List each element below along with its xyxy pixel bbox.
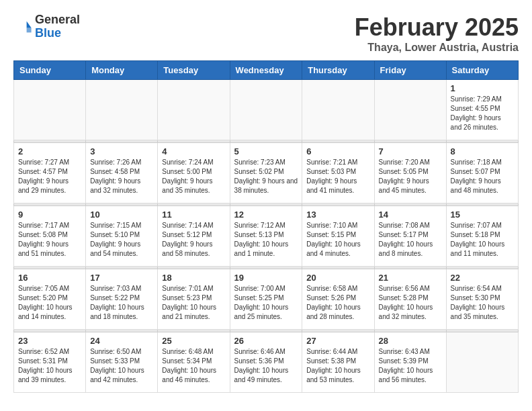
calendar-day-cell: 24Sunrise: 6:50 AM Sunset: 5:33 PM Dayli… bbox=[86, 332, 158, 393]
day-number: 13 bbox=[306, 210, 369, 220]
calendar-header-row: SundayMondayTuesdayWednesdayThursdayFrid… bbox=[14, 61, 519, 80]
day-info: Sunrise: 7:07 AM Sunset: 5:18 PM Dayligh… bbox=[451, 221, 514, 259]
day-number: 25 bbox=[162, 336, 225, 346]
day-info: Sunrise: 7:12 AM Sunset: 5:13 PM Dayligh… bbox=[234, 221, 298, 259]
calendar-day-cell: 25Sunrise: 6:48 AM Sunset: 5:34 PM Dayli… bbox=[158, 332, 230, 393]
calendar-day-cell: 27Sunrise: 6:44 AM Sunset: 5:38 PM Dayli… bbox=[302, 332, 374, 393]
day-number: 5 bbox=[234, 146, 298, 156]
day-info: Sunrise: 7:14 AM Sunset: 5:12 PM Dayligh… bbox=[162, 221, 225, 259]
weekday-header: Monday bbox=[86, 61, 158, 80]
day-number: 12 bbox=[234, 210, 298, 220]
day-number: 28 bbox=[379, 336, 442, 346]
calendar-week-row: 1Sunrise: 7:29 AM Sunset: 4:55 PM Daylig… bbox=[14, 80, 519, 140]
calendar-day-cell: 3Sunrise: 7:26 AM Sunset: 4:58 PM Daylig… bbox=[86, 143, 158, 203]
day-number: 19 bbox=[234, 273, 298, 283]
calendar-day-cell: 6Sunrise: 7:21 AM Sunset: 5:03 PM Daylig… bbox=[302, 143, 374, 203]
day-number: 24 bbox=[90, 336, 153, 346]
calendar-day-cell: 4Sunrise: 7:24 AM Sunset: 5:00 PM Daylig… bbox=[158, 143, 230, 203]
calendar-day-cell bbox=[374, 80, 446, 140]
day-info: Sunrise: 7:23 AM Sunset: 5:02 PM Dayligh… bbox=[234, 158, 298, 195]
day-number: 18 bbox=[162, 273, 225, 283]
day-number: 16 bbox=[18, 273, 81, 283]
calendar-day-cell: 10Sunrise: 7:15 AM Sunset: 5:10 PM Dayli… bbox=[86, 206, 158, 267]
calendar-day-cell: 7Sunrise: 7:20 AM Sunset: 5:05 PM Daylig… bbox=[374, 143, 446, 203]
calendar-week-row: 2Sunrise: 7:27 AM Sunset: 4:57 PM Daylig… bbox=[14, 143, 519, 203]
calendar-day-cell: 5Sunrise: 7:23 AM Sunset: 5:02 PM Daylig… bbox=[230, 143, 302, 203]
calendar-day-cell: 12Sunrise: 7:12 AM Sunset: 5:13 PM Dayli… bbox=[230, 206, 302, 267]
calendar-day-cell: 23Sunrise: 6:52 AM Sunset: 5:31 PM Dayli… bbox=[14, 332, 86, 393]
calendar-day-cell: 13Sunrise: 7:10 AM Sunset: 5:15 PM Dayli… bbox=[302, 206, 374, 267]
day-number: 26 bbox=[234, 336, 298, 346]
svg-marker-1 bbox=[27, 28, 32, 32]
day-number: 17 bbox=[90, 273, 153, 283]
day-number: 7 bbox=[379, 146, 442, 156]
logo-blue-text: Blue bbox=[35, 26, 61, 40]
day-number: 4 bbox=[162, 146, 225, 156]
calendar-day-cell: 19Sunrise: 7:00 AM Sunset: 5:25 PM Dayli… bbox=[230, 269, 302, 330]
calendar-day-cell: 20Sunrise: 6:58 AM Sunset: 5:26 PM Dayli… bbox=[302, 269, 374, 330]
day-number: 15 bbox=[451, 210, 514, 220]
day-number: 9 bbox=[18, 210, 81, 220]
day-info: Sunrise: 7:29 AM Sunset: 4:55 PM Dayligh… bbox=[451, 95, 514, 132]
day-number: 22 bbox=[451, 273, 514, 283]
calendar-title: February 2025 bbox=[355, 13, 519, 42]
day-number: 6 bbox=[306, 146, 369, 156]
day-info: Sunrise: 7:08 AM Sunset: 5:17 PM Dayligh… bbox=[379, 221, 442, 259]
weekday-header: Sunday bbox=[14, 61, 86, 80]
calendar-day-cell: 18Sunrise: 7:01 AM Sunset: 5:23 PM Dayli… bbox=[158, 269, 230, 330]
calendar-day-cell: 28Sunrise: 6:43 AM Sunset: 5:39 PM Dayli… bbox=[374, 332, 446, 393]
logo-general-text: General bbox=[35, 13, 80, 26]
calendar-day-cell: 21Sunrise: 6:56 AM Sunset: 5:28 PM Dayli… bbox=[374, 269, 446, 330]
calendar-day-cell: 1Sunrise: 7:29 AM Sunset: 4:55 PM Daylig… bbox=[446, 80, 518, 140]
day-info: Sunrise: 6:58 AM Sunset: 5:26 PM Dayligh… bbox=[306, 284, 369, 322]
calendar-day-cell: 17Sunrise: 7:03 AM Sunset: 5:22 PM Dayli… bbox=[86, 269, 158, 330]
calendar-week-row: 9Sunrise: 7:17 AM Sunset: 5:08 PM Daylig… bbox=[14, 206, 519, 267]
day-info: Sunrise: 7:15 AM Sunset: 5:10 PM Dayligh… bbox=[90, 221, 153, 259]
day-number: 23 bbox=[18, 336, 81, 346]
calendar-day-cell: 16Sunrise: 7:05 AM Sunset: 5:20 PM Dayli… bbox=[14, 269, 86, 330]
day-number: 2 bbox=[18, 146, 81, 156]
day-info: Sunrise: 6:54 AM Sunset: 5:30 PM Dayligh… bbox=[451, 284, 514, 322]
calendar-day-cell: 26Sunrise: 6:46 AM Sunset: 5:36 PM Dayli… bbox=[230, 332, 302, 393]
day-info: Sunrise: 7:05 AM Sunset: 5:20 PM Dayligh… bbox=[18, 284, 81, 322]
calendar-week-row: 16Sunrise: 7:05 AM Sunset: 5:20 PM Dayli… bbox=[14, 269, 519, 330]
svg-marker-0 bbox=[27, 21, 32, 28]
weekday-header: Friday bbox=[374, 61, 446, 80]
day-number: 1 bbox=[451, 83, 514, 93]
day-info: Sunrise: 7:00 AM Sunset: 5:25 PM Dayligh… bbox=[234, 284, 298, 322]
weekday-header: Wednesday bbox=[230, 61, 302, 80]
logo-icon bbox=[13, 17, 32, 36]
day-info: Sunrise: 7:18 AM Sunset: 5:07 PM Dayligh… bbox=[451, 158, 514, 195]
day-number: 20 bbox=[306, 273, 369, 283]
calendar-day-cell: 2Sunrise: 7:27 AM Sunset: 4:57 PM Daylig… bbox=[14, 143, 86, 203]
logo: General Blue bbox=[13, 13, 80, 40]
day-info: Sunrise: 6:44 AM Sunset: 5:38 PM Dayligh… bbox=[306, 347, 369, 385]
calendar-day-cell: 9Sunrise: 7:17 AM Sunset: 5:08 PM Daylig… bbox=[14, 206, 86, 267]
day-number: 27 bbox=[306, 336, 369, 346]
day-info: Sunrise: 6:52 AM Sunset: 5:31 PM Dayligh… bbox=[18, 347, 81, 385]
day-number: 14 bbox=[379, 210, 442, 220]
day-info: Sunrise: 7:21 AM Sunset: 5:03 PM Dayligh… bbox=[306, 158, 369, 195]
calendar-day-cell: 22Sunrise: 6:54 AM Sunset: 5:30 PM Dayli… bbox=[446, 269, 518, 330]
calendar-day-cell: 15Sunrise: 7:07 AM Sunset: 5:18 PM Dayli… bbox=[446, 206, 518, 267]
day-number: 10 bbox=[90, 210, 153, 220]
day-info: Sunrise: 6:48 AM Sunset: 5:34 PM Dayligh… bbox=[162, 347, 225, 385]
calendar-day-cell: 14Sunrise: 7:08 AM Sunset: 5:17 PM Dayli… bbox=[374, 206, 446, 267]
weekday-header: Tuesday bbox=[158, 61, 230, 80]
day-info: Sunrise: 6:46 AM Sunset: 5:36 PM Dayligh… bbox=[234, 347, 298, 385]
day-info: Sunrise: 7:17 AM Sunset: 5:08 PM Dayligh… bbox=[18, 221, 81, 259]
calendar-day-cell bbox=[14, 80, 86, 140]
calendar-day-cell bbox=[230, 80, 302, 140]
calendar-day-cell: 11Sunrise: 7:14 AM Sunset: 5:12 PM Dayli… bbox=[158, 206, 230, 267]
calendar-day-cell bbox=[446, 332, 518, 393]
calendar-subtitle: Thaya, Lower Austria, Austria bbox=[355, 42, 519, 54]
day-number: 11 bbox=[162, 210, 225, 220]
day-info: Sunrise: 7:27 AM Sunset: 4:57 PM Dayligh… bbox=[18, 158, 81, 195]
day-info: Sunrise: 6:50 AM Sunset: 5:33 PM Dayligh… bbox=[90, 347, 153, 385]
calendar-week-row: 23Sunrise: 6:52 AM Sunset: 5:31 PM Dayli… bbox=[14, 332, 519, 393]
calendar-table: SundayMondayTuesdayWednesdayThursdayFrid… bbox=[13, 60, 519, 393]
calendar-day-cell bbox=[86, 80, 158, 140]
weekday-header: Thursday bbox=[302, 61, 374, 80]
day-info: Sunrise: 6:56 AM Sunset: 5:28 PM Dayligh… bbox=[379, 284, 442, 322]
day-info: Sunrise: 6:43 AM Sunset: 5:39 PM Dayligh… bbox=[379, 347, 442, 385]
